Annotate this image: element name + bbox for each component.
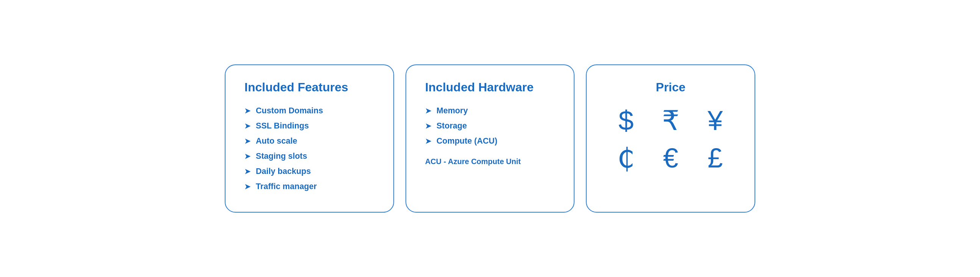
arrow-icon: ➤ (245, 152, 250, 161)
feature-item-6: Traffic manager (256, 181, 317, 191)
arrow-icon: ➤ (245, 122, 250, 131)
list-item: ➤ Daily backups (245, 166, 374, 176)
list-item: ➤ Storage (425, 121, 555, 131)
feature-item-4: Staging slots (256, 151, 307, 161)
hardware-card: Included Hardware ➤ Memory ➤ Storage ➤ C… (406, 64, 575, 213)
arrow-icon: ➤ (425, 122, 431, 131)
list-item: ➤ Compute (ACU) (425, 136, 555, 146)
currency-euro: € (663, 143, 678, 173)
feature-item-5: Daily backups (256, 166, 311, 176)
currency-cedi: ₵ (617, 143, 635, 173)
feature-item-2: SSL Bindings (256, 121, 309, 131)
arrow-icon: ➤ (425, 107, 431, 115)
acu-note: ACU - Azure Compute Unit (425, 157, 555, 166)
features-list: ➤ Custom Domains ➤ SSL Bindings ➤ Auto s… (245, 106, 374, 191)
hardware-title: Included Hardware (425, 80, 555, 94)
currency-pound: £ (708, 143, 723, 173)
hardware-item-3: Compute (ACU) (437, 136, 498, 146)
arrow-icon: ➤ (245, 182, 250, 191)
hardware-item-1: Memory (437, 106, 468, 116)
list-item: ➤ Auto scale (245, 136, 374, 146)
price-symbols-grid: $ ₹ ¥ ₵ € £ (606, 106, 735, 173)
currency-rupee: ₹ (662, 106, 679, 136)
arrow-icon: ➤ (425, 137, 431, 145)
currency-dollar: $ (619, 106, 634, 136)
list-item: ➤ Memory (425, 106, 555, 116)
price-card: Price $ ₹ ¥ ₵ € £ (586, 64, 755, 213)
currency-yen: ¥ (708, 106, 723, 136)
feature-item-1: Custom Domains (256, 106, 323, 116)
features-card: Included Features ➤ Custom Domains ➤ SSL… (225, 64, 394, 213)
arrow-icon: ➤ (245, 137, 250, 145)
hardware-list: ➤ Memory ➤ Storage ➤ Compute (ACU) (425, 106, 555, 146)
main-container: Included Features ➤ Custom Domains ➤ SSL… (225, 64, 755, 213)
arrow-icon: ➤ (245, 167, 250, 176)
feature-item-3: Auto scale (256, 136, 297, 146)
list-item: ➤ Custom Domains (245, 106, 374, 116)
list-item: ➤ SSL Bindings (245, 121, 374, 131)
arrow-icon: ➤ (245, 107, 250, 115)
list-item: ➤ Traffic manager (245, 181, 374, 191)
hardware-item-2: Storage (437, 121, 467, 131)
price-title: Price (606, 80, 735, 94)
features-title: Included Features (245, 80, 374, 94)
list-item: ➤ Staging slots (245, 151, 374, 161)
